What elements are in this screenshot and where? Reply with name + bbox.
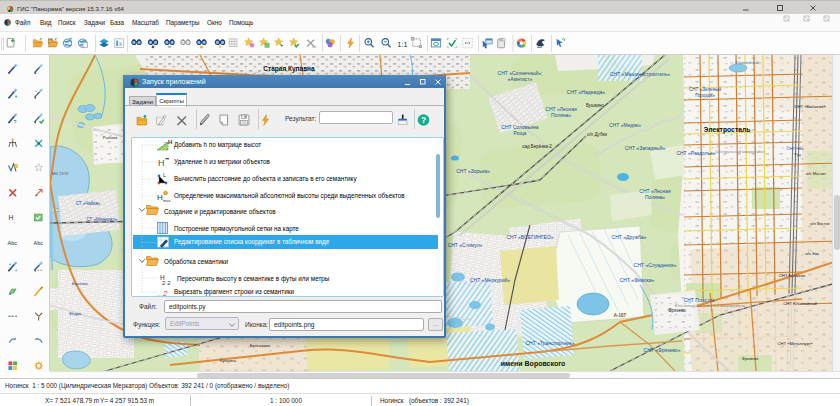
svg-text:max: max (163, 198, 171, 203)
svg-text:?: ? (14, 119, 17, 125)
svg-text:?: ? (421, 115, 426, 125)
svg-text:Гру: Гру (795, 152, 802, 157)
svg-text:Abc: Abc (8, 240, 18, 246)
svg-text:МК-7370: МК-7370 (52, 171, 69, 176)
svg-text:СНТ «ВСЕГИНГЕО»: СНТ «ВСЕГИНГЕО» (506, 234, 553, 240)
svg-text:СНТ «Бабаево»: СНТ «Бабаево» (795, 104, 827, 109)
svg-text:СНТ «Стимул»: СНТ «Стимул» (448, 242, 483, 248)
svg-text:H: H (8, 214, 13, 221)
svg-text:СНТ «Раздолье»: СНТ «Раздолье» (676, 150, 715, 156)
svg-text:Юго-западные 5-й и 6-й микрора: Юго-западные 5-й и 6-й микрорайоны (675, 303, 746, 308)
svg-text:СНТ «Дружба»: СНТ «Дружба» (612, 234, 647, 240)
svg-text:1:1: 1:1 (397, 40, 407, 49)
svg-text:СНТ «Меркурий»: СНТ «Меркурий» (470, 277, 510, 283)
svg-text:Булганово: Булганово (250, 343, 271, 348)
svg-text:Фрязево: Фрязево (668, 308, 686, 313)
svg-text:СНТ «Транспортник»: СНТ «Транспортник» (525, 340, 574, 346)
svg-text:СНТ Бабаево: СНТ Бабаево (779, 273, 806, 278)
svg-text:СНТ «Слуаденок»: СНТ «Слуаденок» (634, 262, 677, 268)
svg-text:Электросталь: Электросталь (703, 126, 750, 134)
svg-text:СНТ «Во: СНТ «Во (786, 146, 804, 151)
svg-text:Купавна: Купавна (220, 358, 237, 363)
svg-text:Берёзка: Берёзка (72, 281, 89, 286)
svg-text:Роща: Роща (514, 130, 527, 136)
svg-text:СТ «Чайка»: СТ «Чайка» (76, 200, 101, 206)
svg-text:СНТ «Фиалка»: СНТ «Фиалка» (620, 277, 655, 283)
svg-text:Abc: Abc (34, 240, 44, 246)
svg-text:2·2: 2·2 (162, 280, 171, 286)
svg-text:→H: →H (162, 139, 172, 145)
svg-text:...: ... (157, 291, 162, 297)
svg-text:,: , (14, 218, 15, 224)
svg-text:L: L (163, 172, 166, 178)
svg-text:СНТ «Западный»: СНТ «Западный» (625, 145, 666, 151)
svg-text:СНТ «Фрязево»: СНТ «Фрязево» (644, 347, 681, 353)
svg-text:о/п Восток: о/п Восток (810, 221, 830, 226)
svg-text:Городок»: Городок» (695, 93, 715, 98)
svg-text:о/п Эхо: о/п Эхо (805, 251, 819, 256)
svg-text:H: H (158, 158, 165, 168)
svg-text:Старая Купавна: Старая Купавна (263, 65, 315, 73)
svg-text:Бушкино: Бушкино (586, 103, 605, 108)
svg-text:Фрязево: Фрязево (742, 356, 759, 361)
svg-text:2: 2 (162, 289, 168, 297)
svg-text:СНТ «Зорька»: СНТ «Зорька» (456, 168, 490, 174)
svg-text:о/п Дубки: о/п Дубки (587, 132, 607, 137)
svg-text:СНТ «Надежда»: СНТ «Надежда» (567, 89, 606, 95)
svg-text:о/п Магнит: о/п Магнит (806, 171, 826, 176)
svg-text:Поляна»: Поляна» (645, 194, 665, 200)
svg-text:СТ «Минерал»: СТ «Минерал» (87, 217, 118, 222)
svg-text:СНТ «Зеленый: СНТ «Зеленый (689, 86, 722, 92)
svg-text:СНТ Юбилейный: СНТ Юбилейный (783, 301, 817, 306)
svg-text:«Аметист»: «Аметист» (508, 76, 533, 82)
svg-text:А-107: А-107 (614, 313, 627, 318)
svg-text:Центральный микрорайон: Центральный микрорайон (716, 149, 765, 154)
svg-text:Юбилейный: Юбилейный (735, 60, 759, 65)
svg-text:СНТ «Машиностроитель»: СНТ «Машиностроитель» (610, 71, 670, 77)
svg-text:Поляна»: Поляна» (551, 112, 571, 118)
svg-text:сад Берёзка-2: сад Берёзка-2 (522, 144, 552, 149)
svg-text:СНТ «Металлург»: СНТ «Металлург» (777, 341, 813, 346)
svg-text:Фёдра: Фёдра (69, 311, 82, 316)
svg-text:СНТ «Медик»: СНТ «Медик» (609, 122, 641, 128)
svg-text:имени Воровского: имени Воровского (501, 360, 566, 368)
svg-text:Рыбхоз: Рыбхоз (103, 135, 117, 140)
